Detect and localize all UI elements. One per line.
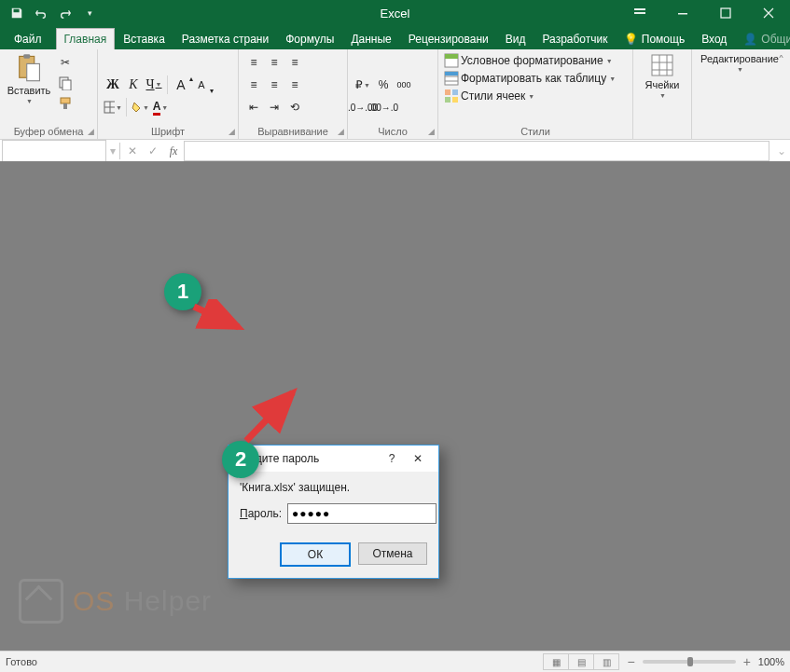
dialog-launcher-icon[interactable]: ◢ <box>428 127 435 136</box>
decrease-font-icon[interactable]: A▾ <box>192 75 211 94</box>
align-center-icon[interactable]: ≡ <box>265 75 284 94</box>
format-as-table-button[interactable]: Форматировать как таблицу▼ <box>444 71 616 86</box>
enter-formula-icon[interactable]: ✓ <box>143 142 163 160</box>
lightbulb-icon: 💡 <box>624 33 638 46</box>
copy-icon[interactable] <box>56 74 75 92</box>
conditional-formatting-button[interactable]: Условное форматирование▼ <box>444 53 616 68</box>
group-font: Ж К Ч▼ A▴ A▾ ▼ ▼ A▼ Шрифт ◢ <box>98 49 239 139</box>
svg-rect-5 <box>23 54 30 59</box>
group-number: ₽▼ % 000 .0→.00 .00→.0 Число ◢ <box>348 49 438 139</box>
group-styles-label: Стили <box>444 125 627 137</box>
close-icon[interactable] <box>747 0 790 26</box>
formula-input[interactable] <box>184 141 769 161</box>
fill-color-icon[interactable]: ▼ <box>131 98 149 117</box>
undo-icon[interactable] <box>30 3 52 23</box>
format-painter-icon[interactable] <box>56 94 75 113</box>
watermark-text-helper: Helper <box>124 585 212 616</box>
tab-data[interactable]: Данные <box>342 28 399 49</box>
paste-button[interactable]: Вставить ▼ <box>6 53 52 105</box>
save-icon[interactable] <box>6 3 28 23</box>
window-controls <box>618 0 790 26</box>
app-title: Excel <box>381 7 410 21</box>
share-button[interactable]: 👤Общий доступ <box>735 28 790 49</box>
increase-font-icon[interactable]: A▴ <box>172 75 190 94</box>
increase-indent-icon[interactable]: ⇥ <box>265 98 284 117</box>
tab-view[interactable]: Вид <box>497 28 534 49</box>
dialog-message: 'Книга.xlsx' защищен. <box>240 481 427 494</box>
clipboard-icon <box>16 53 42 83</box>
accounting-format-icon[interactable]: ₽▼ <box>353 75 372 94</box>
align-right-icon[interactable]: ≡ <box>285 75 304 94</box>
percent-icon[interactable]: % <box>374 75 393 94</box>
page-layout-view-icon[interactable]: ▤ <box>569 654 594 669</box>
tab-insert[interactable]: Вставка <box>115 28 173 49</box>
cancel-button[interactable]: Отмена <box>358 542 427 565</box>
cell-styles-button[interactable]: Стили ячеек▼ <box>444 89 616 103</box>
name-box[interactable] <box>2 140 106 162</box>
password-label: Пароль: <box>240 507 282 520</box>
formula-bar: ▾ ✕ ✓ fx ⌄ <box>0 140 790 163</box>
dialog-launcher-icon[interactable]: ◢ <box>338 127 344 136</box>
tab-file[interactable]: Файл <box>0 28 56 49</box>
orientation-icon[interactable]: ⟲ <box>285 98 304 117</box>
page-break-view-icon[interactable]: ▥ <box>594 654 618 669</box>
view-mode-buttons: ▦ ▤ ▥ <box>543 653 619 670</box>
comma-style-icon[interactable]: 000 <box>395 75 413 94</box>
editing-button[interactable]: Редактирование▼ <box>698 53 782 74</box>
zoom-level[interactable]: 100% <box>758 656 784 667</box>
zoom-out-icon[interactable]: − <box>627 654 634 669</box>
arrow-1 <box>187 299 252 336</box>
svg-rect-24 <box>652 55 672 75</box>
cursor-icon <box>19 579 63 624</box>
decrease-decimal-icon[interactable]: .00→.0 <box>374 98 393 117</box>
align-bottom-icon[interactable]: ≡ <box>285 53 304 72</box>
align-left-icon[interactable]: ≡ <box>244 75 263 94</box>
ribbon-options-icon[interactable] <box>618 0 661 26</box>
italic-button[interactable]: К <box>124 75 143 94</box>
group-clipboard-label: Буфер обмена <box>6 125 91 137</box>
dialog-launcher-icon[interactable]: ◢ <box>88 127 94 136</box>
tab-signin[interactable]: Вход <box>693 28 735 49</box>
tab-layout[interactable]: Разметка страни <box>173 28 277 49</box>
zoom-slider[interactable] <box>643 660 736 664</box>
dialog-help-icon[interactable]: ? <box>379 446 405 471</box>
bold-button[interactable]: Ж <box>104 75 122 94</box>
normal-view-icon[interactable]: ▦ <box>544 654 569 669</box>
redo-icon[interactable] <box>54 3 76 23</box>
align-middle-icon[interactable]: ≡ <box>265 53 284 72</box>
cut-icon[interactable]: ✂ <box>56 53 75 72</box>
svg-rect-23 <box>452 97 458 103</box>
password-dialog: Введите пароль ? ✕ 'Книга.xlsx' защищен.… <box>228 445 439 579</box>
quick-access-toolbar: ▾ <box>0 3 101 23</box>
tab-formulas[interactable]: Формулы <box>277 28 342 49</box>
expand-formula-bar-icon[interactable]: ⌄ <box>773 144 790 158</box>
svg-rect-1 <box>634 8 645 10</box>
dialog-close-icon[interactable]: ✕ <box>405 446 431 471</box>
namebox-dropdown-icon[interactable]: ▾ <box>108 144 118 158</box>
tab-review[interactable]: Рецензировани <box>400 28 497 49</box>
group-editing: Редактирование▼ ˄ <box>692 49 790 139</box>
font-color-icon[interactable]: A▼ <box>151 98 170 117</box>
ok-button[interactable]: ОК <box>280 542 351 567</box>
svg-rect-0 <box>634 12 645 14</box>
dialog-launcher-icon[interactable]: ◢ <box>229 127 235 136</box>
align-top-icon[interactable]: ≡ <box>244 53 263 72</box>
borders-icon[interactable]: ▼ <box>104 98 122 117</box>
decrease-indent-icon[interactable]: ⇤ <box>244 98 263 117</box>
cancel-formula-icon[interactable]: ✕ <box>122 142 143 160</box>
status-bar: Готово ▦ ▤ ▥ − + 100% <box>0 651 790 672</box>
tab-home[interactable]: Главная <box>56 28 116 49</box>
underline-button[interactable]: Ч▼ <box>145 75 163 94</box>
cells-button[interactable]: Ячейки▼ <box>639 53 686 100</box>
table-icon <box>444 71 459 86</box>
tab-tell-me[interactable]: 💡 Помощь <box>616 28 693 49</box>
maximize-icon[interactable] <box>704 0 747 26</box>
ribbon-collapse-icon[interactable]: ˄ <box>778 53 784 68</box>
zoom-in-icon[interactable]: + <box>743 654 751 669</box>
minimize-icon[interactable] <box>661 0 704 26</box>
password-input[interactable] <box>287 503 437 524</box>
tab-developer[interactable]: Разработчик <box>534 28 616 49</box>
qat-customize-icon[interactable]: ▾ <box>78 3 101 23</box>
dialog-title-bar[interactable]: Введите пароль ? ✕ <box>229 446 438 472</box>
insert-function-icon[interactable]: fx <box>163 142 184 160</box>
